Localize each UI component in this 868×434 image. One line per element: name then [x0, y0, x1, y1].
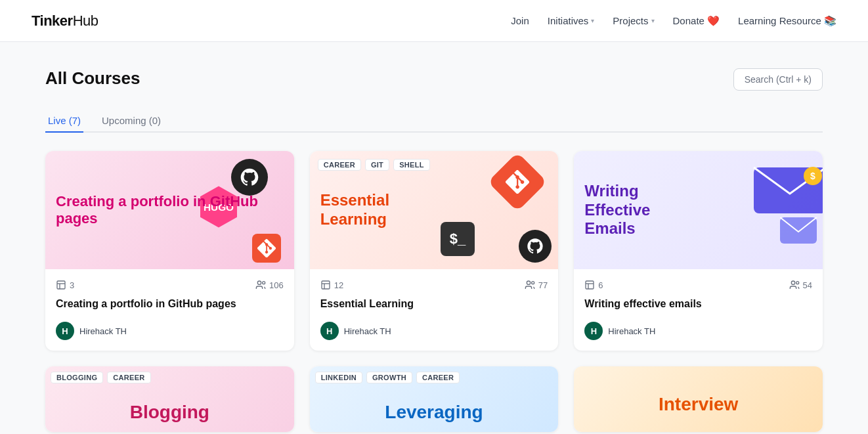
svg-point-19 [791, 281, 794, 284]
svg-text:$: $ [810, 171, 815, 181]
tag-linkedin: LINKEDIN [315, 372, 362, 383]
lessons-stat-2: 12 [320, 280, 343, 290]
svg-rect-16 [586, 281, 594, 289]
card-stats-2: 12 77 [320, 280, 548, 290]
nav-links: Join Initiatives ▾ Projects ▾ Donate ❤️ … [511, 15, 836, 27]
course-card-leveraging[interactable]: LINKEDIN GROWTH CAREER Leveraging [310, 366, 559, 432]
page-title: All Courses [45, 68, 141, 89]
tab-live[interactable]: Live (7) [45, 110, 83, 133]
lessons-stat-3: 6 [584, 280, 603, 290]
author-avatar-2: H [320, 322, 339, 340]
nav-join[interactable]: Join [511, 15, 529, 26]
tag-career-4: CAREER [107, 372, 150, 383]
card-thumbnail-2: CAREER GIT SHELL Essential Learning $_ [310, 151, 559, 269]
author-name-1: Hirehack TH [79, 326, 127, 336]
card-author-1: H Hirehack TH [56, 322, 284, 340]
card-stats-1: 3 106 [56, 280, 284, 290]
author-avatar-1: H [56, 322, 74, 340]
search-button[interactable]: Search (Ctrl + k) [733, 68, 823, 91]
author-name-3: Hirehack TH [608, 326, 655, 336]
card-author-2: H Hirehack TH [320, 322, 548, 340]
site-logo[interactable]: TinkerHub [32, 12, 98, 30]
svg-rect-7 [322, 281, 330, 289]
author-avatar-3: H [584, 322, 603, 340]
card-thumbnail-6: Interview [574, 366, 823, 432]
svg-rect-2 [57, 281, 65, 289]
card-body-3: 6 54 Writing effective emails H Hirehack… [574, 269, 823, 351]
courses-grid: Creating a portfolio in GitHub pages HUG… [45, 151, 823, 432]
nav-initiatives[interactable]: Initiatives ▾ [548, 15, 595, 26]
tab-upcoming[interactable]: Upcoming (0) [99, 110, 163, 133]
card-title-1: Creating a portfolio in GitHub pages [56, 297, 284, 311]
svg-point-5 [257, 281, 261, 284]
card-title-3: Writing effective emails [584, 297, 812, 311]
svg-point-20 [796, 282, 798, 284]
tabs-container: Live (7) Upcoming (0) [45, 110, 823, 133]
students-stat-2: 77 [525, 280, 548, 290]
tag-career-5: CAREER [416, 372, 460, 383]
lessons-stat-1: 3 [56, 280, 74, 290]
svg-point-6 [263, 282, 265, 284]
students-stat-1: 106 [255, 280, 284, 290]
tag-blogging: BLOGGING [51, 372, 103, 383]
main-content: All Courses Search (Ctrl + k) Live (7) U… [14, 42, 854, 434]
card-body-1: 3 106 Creating a portfolio in GitHub pag… [45, 269, 294, 351]
logo-bold: Tinker [32, 12, 73, 29]
thumb-text-6: Interview [648, 383, 749, 415]
card-title-2: Essential Learning [320, 297, 548, 311]
card-stats-3: 6 54 [584, 280, 812, 290]
card-tags-4: BLOGGING CAREER [51, 372, 151, 383]
thumb-text-3: Writing Effective Emails [574, 171, 710, 249]
card-author-3: H Hirehack TH [584, 322, 812, 340]
course-card-github-portfolio[interactable]: Creating a portfolio in GitHub pages HUG… [45, 151, 294, 351]
thumb-text-2: Essential Learning [310, 181, 434, 240]
nav-projects[interactable]: Projects ▾ [613, 15, 654, 26]
nav-donate[interactable]: Donate ❤️ [673, 15, 720, 27]
initiatives-chevron-icon: ▾ [591, 17, 594, 24]
top-bar: All Courses Search (Ctrl + k) [45, 68, 823, 104]
tag-growth: GROWTH [366, 372, 412, 383]
course-card-essential-learning[interactable]: CAREER GIT SHELL Essential Learning $_ [310, 151, 559, 351]
course-card-blogging[interactable]: BLOGGING CAREER Blogging [45, 366, 294, 432]
students-stat-3: 54 [789, 280, 812, 290]
card-thumbnail-4: BLOGGING CAREER Blogging [45, 366, 294, 432]
card-thumbnail-5: LINKEDIN GROWTH CAREER Leveraging [310, 366, 559, 432]
card-body-2: 12 77 Essential Learning H Hirehack TH [310, 269, 559, 351]
course-card-interview[interactable]: Interview [574, 366, 823, 432]
card-tags-5: LINKEDIN GROWTH CAREER [315, 372, 460, 383]
logo-light: Hub [73, 12, 98, 29]
svg-point-10 [527, 281, 530, 284]
nav-learning-resource[interactable]: Learning Resource 📚 [738, 15, 836, 27]
card-thumbnail-1: Creating a portfolio in GitHub pages HUG… [45, 151, 294, 269]
course-card-effective-emails[interactable]: Writing Effective Emails $ [574, 151, 823, 351]
svg-point-11 [532, 282, 534, 284]
thumb-text-1: Creating a portfolio in GitHub pages [45, 183, 294, 238]
projects-chevron-icon: ▾ [651, 17, 655, 24]
navbar: TinkerHub Join Initiatives ▾ Projects ▾ … [0, 0, 868, 42]
card-thumbnail-3: Writing Effective Emails $ [574, 151, 823, 269]
author-name-2: Hirehack TH [344, 326, 391, 336]
